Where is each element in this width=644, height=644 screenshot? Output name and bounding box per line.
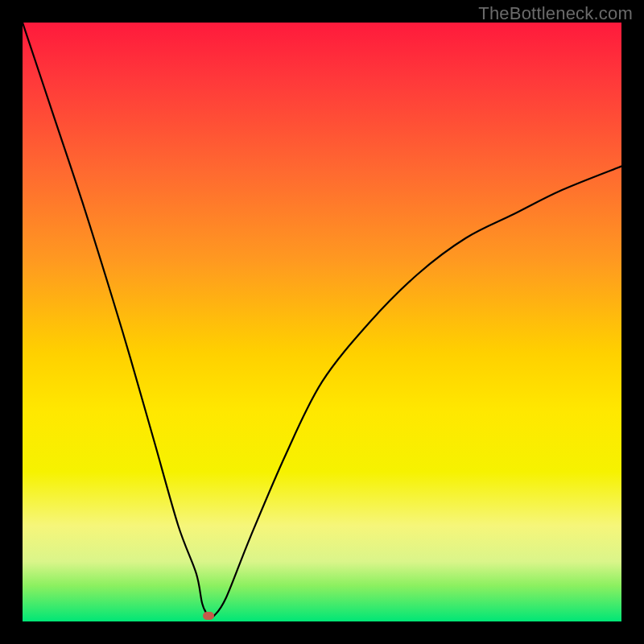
bottleneck-curve (23, 23, 621, 621)
plot-area (23, 23, 621, 621)
chart-container: TheBottleneck.com (0, 0, 644, 644)
attribution-label: TheBottleneck.com (478, 3, 633, 24)
optimum-marker (203, 612, 214, 620)
